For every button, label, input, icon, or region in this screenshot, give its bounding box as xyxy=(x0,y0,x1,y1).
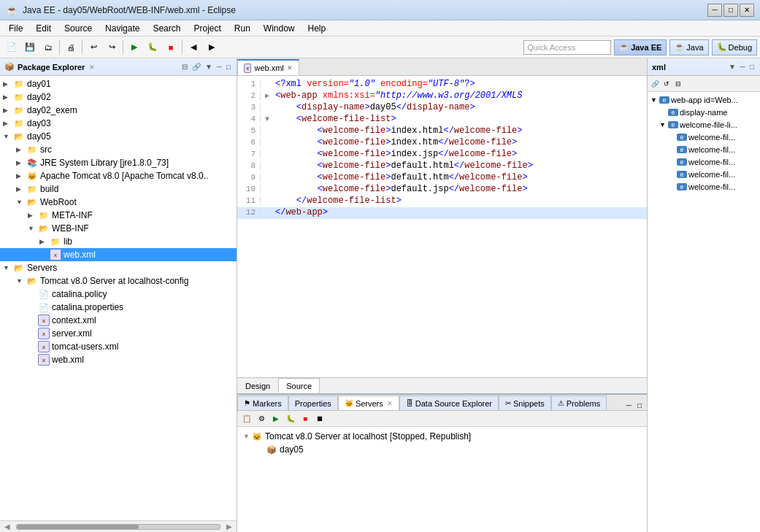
outline-item-welcomefile-3[interactable]: e welcome-fil... xyxy=(649,155,759,168)
horizontal-scrollbar[interactable]: ◀ ▶ xyxy=(0,520,237,532)
outline-item-welcomefile-5[interactable]: e welcome-fil... xyxy=(649,180,759,193)
tree-item-day03[interactable]: ▶ 📁 day03 xyxy=(0,117,237,130)
outline-item-displayname[interactable]: e display-name xyxy=(649,106,759,118)
server-item-day05[interactable]: 📦 day05 xyxy=(240,443,644,456)
fold-arrow[interactable]: ▼ xyxy=(265,115,275,123)
undo-button[interactable]: ↩ xyxy=(85,39,102,56)
link-with-editor-button[interactable]: 🔗 xyxy=(191,62,202,72)
perspective-java-ee[interactable]: ☕ Java EE xyxy=(614,39,667,55)
minimize-panel-button[interactable]: ─ xyxy=(215,62,223,72)
menu-window[interactable]: Window xyxy=(258,20,301,36)
title-bar-controls[interactable]: ─ □ ✕ xyxy=(707,4,754,17)
bottom-tab-markers[interactable]: ⚑ Markers xyxy=(237,396,288,410)
server-settings-button[interactable]: ⚙ xyxy=(255,412,268,425)
bottom-tab-servers[interactable]: 🐱 Servers ✕ xyxy=(338,396,399,410)
quick-access-input[interactable]: Quick Access xyxy=(523,40,611,55)
bottom-tab-snippets[interactable]: ✂ Snippets xyxy=(499,396,551,410)
tree-item-build[interactable]: ▶ 📁 build xyxy=(0,182,237,196)
bottom-tab-problems[interactable]: ⚠ Problems xyxy=(551,396,607,410)
tree-item-servers[interactable]: ▼ 📂 Servers xyxy=(0,261,237,274)
tab-design[interactable]: Design xyxy=(237,378,278,393)
redo-button[interactable]: ↪ xyxy=(103,39,120,56)
tree-item-web-xml[interactable]: x web.xml xyxy=(0,248,237,261)
tree-item-catalina-props[interactable]: 📄 catalina.properties xyxy=(0,301,237,314)
bottom-maximize-button[interactable]: □ xyxy=(635,401,644,410)
outline-maximize[interactable]: □ xyxy=(748,62,756,72)
view-menu-button[interactable]: ▼ xyxy=(204,62,214,72)
outline-item-welcomefile-1[interactable]: e welcome-fil... xyxy=(649,131,759,143)
tree-item-tomcat-lib[interactable]: ▶ 🐱 Apache Tomcat v8.0 [Apache Tomcat v8… xyxy=(0,169,237,182)
debug-button[interactable]: 🐛 xyxy=(144,39,161,56)
outline-item-welcomefile-2[interactable]: e welcome-fil... xyxy=(649,143,759,155)
outline-sync-button[interactable]: 🔗 xyxy=(649,78,661,90)
save-button[interactable]: 💾 xyxy=(21,39,39,56)
collapse-all-button[interactable]: ⊟ xyxy=(180,62,189,72)
menu-navigate[interactable]: Navigate xyxy=(99,20,145,36)
menu-search[interactable]: Search xyxy=(147,20,186,36)
outline-view-menu[interactable]: ▼ xyxy=(727,62,737,72)
tab-close-button[interactable]: ✕ xyxy=(287,64,293,72)
disconnect-server-button[interactable]: ⏹ xyxy=(313,412,326,425)
tree-item-web-xml2[interactable]: x web.xml xyxy=(0,353,237,366)
perspective-java[interactable]: ☕ Java xyxy=(669,39,708,55)
outline-item-webapp[interactable]: ▼ e web-app id=Web... xyxy=(649,93,759,106)
tree-item-tomcat-users-xml[interactable]: x tomcat-users.xml xyxy=(0,340,237,353)
bottom-panel-controls[interactable]: ─ □ xyxy=(624,401,647,410)
server-item-tomcat[interactable]: ▼ 🐱 Tomcat v8.0 Server at localhost [Sto… xyxy=(240,430,644,443)
scroll-left[interactable]: ◀ xyxy=(0,523,15,531)
menu-project[interactable]: Project xyxy=(188,20,226,36)
outline-minimize[interactable]: ─ xyxy=(739,62,747,72)
tree-item-meta-inf[interactable]: ▶ 📁 META-INF xyxy=(0,209,237,222)
minimize-button[interactable]: ─ xyxy=(707,4,722,17)
tree-item-jre[interactable]: ▶ 📚 JRE System Library [jre1.8.0_73] xyxy=(0,156,237,169)
menu-help[interactable]: Help xyxy=(302,20,332,36)
bottom-tab-datasource[interactable]: 🗄 Data Source Explorer xyxy=(399,396,499,410)
outline-item-welcomefilelist[interactable]: ▼ e welcome-file-li... xyxy=(649,118,759,131)
outline-item-welcomefile-4[interactable]: e welcome-fil... xyxy=(649,168,759,180)
servers-close-icon[interactable]: ✕ xyxy=(387,400,393,407)
print-button[interactable]: 🖨 xyxy=(62,39,80,56)
stop-server-button[interactable]: ■ xyxy=(299,412,312,425)
fold-arrow[interactable]: ▶ xyxy=(265,91,275,100)
code-editor[interactable]: 1 <?xml version="1.0" encoding="UTF-8"?>… xyxy=(237,76,647,377)
menu-run[interactable]: Run xyxy=(229,20,256,36)
menu-file[interactable]: File xyxy=(3,20,28,36)
tree-item-day05[interactable]: ▼ 📂 day05 xyxy=(0,130,237,143)
tree-item-tomcat-config[interactable]: ▼ 📂 Tomcat v8.0 Server at localhost-conf… xyxy=(0,274,237,288)
tree-item-src[interactable]: ▶ 📁 src xyxy=(0,143,237,156)
tree-item-day02-exem[interactable]: ▶ 📁 day02_exem xyxy=(0,104,237,117)
perspective-debug[interactable]: 🐛 Debug xyxy=(712,39,757,55)
run-button[interactable]: ▶ xyxy=(126,39,143,56)
tree-item-catalina-policy[interactable]: 📄 catalina.policy xyxy=(0,288,237,301)
save-all-button[interactable]: 🗂 xyxy=(39,39,57,56)
maximize-panel-button[interactable]: □ xyxy=(225,62,232,72)
tree-item-webroot[interactable]: ▼ 📂 WebRoot xyxy=(0,196,237,209)
bottom-tab-properties[interactable]: Properties xyxy=(288,396,338,410)
stop-button[interactable]: ■ xyxy=(162,39,180,56)
back-button[interactable]: ◀ xyxy=(185,39,202,56)
close-button[interactable]: ✕ xyxy=(740,4,754,17)
tab-source[interactable]: Source xyxy=(278,378,320,393)
bottom-minimize-button[interactable]: ─ xyxy=(624,401,634,410)
new-button[interactable]: 📄 xyxy=(3,39,20,56)
tree-item-server-xml[interactable]: x server.xml xyxy=(0,327,237,340)
tree-item-context-xml[interactable]: x context.xml xyxy=(0,314,237,327)
menu-source[interactable]: Source xyxy=(58,20,98,36)
package-explorer-controls[interactable]: ⊟ 🔗 ▼ ─ □ xyxy=(180,62,232,72)
tree-item-day01[interactable]: ▶ 📁 day01 xyxy=(0,77,237,90)
debug-server-button[interactable]: 🐛 xyxy=(284,412,297,425)
tree-item-web-inf[interactable]: ▼ 📂 WEB-INF xyxy=(0,222,237,235)
outline-collapse-button[interactable]: ⊟ xyxy=(672,78,684,90)
scroll-thumb[interactable] xyxy=(17,525,139,529)
outline-panel-controls[interactable]: ▼ ─ □ xyxy=(727,62,756,72)
tree-item-day02[interactable]: ▶ 📁 day02 xyxy=(0,90,237,104)
menu-edit[interactable]: Edit xyxy=(30,20,57,36)
outline-refresh-button[interactable]: ↺ xyxy=(661,78,672,90)
start-server-button[interactable]: ▶ xyxy=(269,412,283,425)
new-server-button[interactable]: 📋 xyxy=(240,412,253,425)
forward-button[interactable]: ▶ xyxy=(203,39,220,56)
editor-tab-web-xml[interactable]: x web.xml ✕ xyxy=(237,59,299,75)
tree-item-lib[interactable]: ▶ 📁 lib xyxy=(0,235,237,248)
scroll-right[interactable]: ▶ xyxy=(222,523,237,531)
scroll-track[interactable] xyxy=(16,524,220,530)
